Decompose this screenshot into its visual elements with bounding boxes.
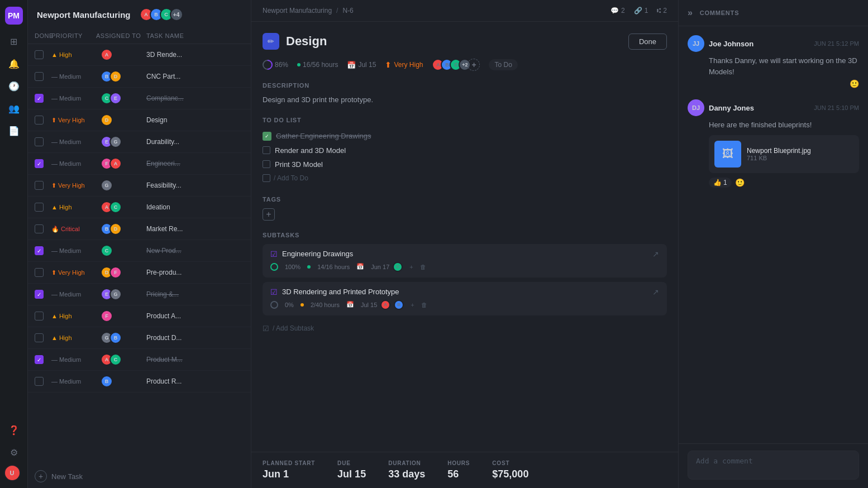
table-row[interactable]: — Medium E G Durability... — [28, 131, 251, 153]
nav-docs[interactable]: 📄 — [4, 121, 24, 141]
subtask-2-add-member[interactable]: + — [411, 302, 414, 308]
table-row[interactable]: ✓ — Medium A C Product M... — [28, 349, 251, 371]
todo-checkbox-2[interactable] — [263, 146, 270, 154]
comment-input[interactable] — [688, 451, 859, 480]
reaction-thumbsup[interactable]: 👍 1 — [709, 178, 732, 188]
add-member-button[interactable]: + — [468, 59, 480, 71]
table-row[interactable]: ▲ High A 3D Rende... — [28, 44, 251, 66]
priority-icon: — — [51, 138, 58, 145]
todo-done-icon-1[interactable]: ✓ — [263, 132, 271, 141]
table-row[interactable]: — Medium B D CNC Part... — [28, 66, 251, 88]
row-checkbox[interactable] — [35, 312, 44, 320]
task-name: Product A... — [146, 312, 244, 320]
row-checkbox[interactable] — [35, 333, 44, 342]
subtasks-label: SUBTASKS — [263, 232, 667, 238]
duration-label: DURATION — [388, 460, 425, 466]
priority-badge: — Medium — [51, 378, 96, 385]
comment-1-react-button[interactable]: 🙂 — [850, 79, 859, 88]
todo-checkbox-3[interactable] — [263, 160, 270, 168]
avatar-overflow: +4 — [170, 8, 183, 21]
priority-icon: — — [51, 160, 58, 167]
new-task-button[interactable]: + New Task — [28, 465, 251, 488]
done-button[interactable]: Done — [628, 34, 667, 50]
add-subtask-button[interactable]: ☑ / Add Subtask — [263, 320, 667, 337]
breadcrumb-project[interactable]: Newport Manufacturing — [263, 7, 332, 15]
row-checkbox[interactable] — [35, 137, 44, 146]
table-row[interactable]: 🔥 Critical B D Market Re... — [28, 218, 251, 240]
row-checkbox[interactable]: ✓ — [35, 355, 44, 364]
row-checkbox[interactable]: ✓ — [35, 290, 44, 299]
table-row[interactable]: ⬆ Very High G Feasibility... — [28, 175, 251, 197]
row-avatar-2: G — [109, 288, 122, 300]
user-avatar[interactable]: U — [4, 465, 21, 481]
priority-icon: — — [51, 95, 58, 102]
table-row[interactable]: ▲ High A C Ideation — [28, 197, 251, 218]
row-avatar-2: C — [109, 201, 122, 213]
row-avatar-1: B — [101, 375, 113, 387]
subtask-1-open[interactable]: ↗ — [652, 250, 659, 259]
nav-users[interactable]: 👥 — [4, 98, 24, 118]
description-text: Design and 3D print the prototype. — [263, 94, 667, 106]
add-todo-label: / Add To Do — [274, 174, 308, 182]
row-checkbox[interactable]: ✓ — [35, 159, 44, 168]
table-row[interactable]: ▲ High G B Product D... — [28, 327, 251, 349]
table-row[interactable]: ▲ High F Product A... — [28, 305, 251, 327]
priority-badge: 🔥 Critical — [51, 226, 96, 233]
row-checkbox[interactable]: ✓ — [35, 246, 44, 255]
row-avatars: B — [101, 375, 146, 387]
table-row[interactable]: ⬆ Very High D F Pre-produ... — [28, 262, 251, 284]
table-row[interactable]: ✓ — Medium C New Prod... — [28, 240, 251, 262]
table-row[interactable]: ✓ — Medium C E Complianc... — [28, 88, 251, 109]
row-checkbox[interactable] — [35, 50, 44, 59]
priority-icon: ⬆ — [51, 117, 56, 124]
add-todo-button[interactable]: / Add To Do — [263, 171, 667, 185]
comment-2: DJ Danny Jones JUN 21 5:10 PM Here are t… — [688, 99, 859, 188]
expand-panel-button[interactable]: » — [688, 8, 693, 18]
priority-label: Medium — [59, 138, 81, 145]
row-checkbox[interactable] — [35, 377, 44, 386]
comment-1-avatar: JJ — [688, 35, 704, 52]
nav-clock[interactable]: 🕐 — [4, 76, 24, 96]
nav-home[interactable]: ⊞ — [4, 31, 24, 51]
nav-settings[interactable]: ⚙ — [4, 442, 24, 462]
row-checkbox[interactable] — [35, 203, 44, 212]
attachment-1[interactable]: 🖼 Newport Blueprint.jpg 711 KB — [709, 135, 859, 173]
breadcrumb-task-id[interactable]: N-6 — [342, 7, 353, 15]
comment-2-react-button[interactable]: 🙂 — [735, 178, 745, 187]
nav-notifications[interactable]: 🔔 — [4, 54, 24, 74]
priority-meta: ⬆ Very High — [385, 60, 423, 69]
row-checkbox[interactable] — [35, 224, 44, 233]
table-row[interactable]: — Medium B Product R... — [28, 371, 251, 393]
row-checkbox[interactable] — [35, 181, 44, 190]
table-row[interactable]: ✓ — Medium E G Pricing &... — [28, 284, 251, 305]
task-name: Product D... — [146, 334, 244, 342]
task-type-icon: ✏ — [263, 33, 279, 50]
comment-2-header: DJ Danny Jones JUN 21 5:10 PM — [688, 99, 859, 116]
add-tag-button[interactable]: + — [263, 208, 275, 221]
row-checkbox[interactable] — [35, 116, 44, 125]
nav-help[interactable]: ❓ — [4, 420, 24, 440]
row-avatars: A — [101, 49, 146, 61]
comment-1-emoji: 🙂 — [688, 79, 859, 88]
task-rows: ▲ High A 3D Rende... — Medium B D CNC Pa… — [28, 44, 251, 465]
row-checkbox[interactable]: ✓ — [35, 94, 44, 103]
comments-header: » COMMENTS — [679, 0, 868, 26]
table-row[interactable]: ✓ — Medium F A Engineeri... — [28, 153, 251, 175]
priority-badge: ▲ High — [51, 51, 96, 58]
task-name: Product R... — [146, 377, 244, 385]
todo-item-3: Print 3D Model — [263, 157, 667, 171]
row-checkbox[interactable] — [35, 72, 44, 81]
row-checkbox[interactable] — [35, 268, 44, 277]
priority-icon: ⬆ — [51, 269, 56, 276]
table-row[interactable]: ⬆ Very High D Design — [28, 109, 251, 131]
tags-label: TAGS — [263, 196, 667, 203]
subtask-1-progress: 100% — [285, 264, 301, 270]
subtask-1-name: Engineering Drawings — [282, 250, 353, 258]
subtask-1-delete[interactable]: 🗑 — [420, 264, 426, 270]
subtask-1-add-member[interactable]: + — [409, 264, 413, 270]
app-logo[interactable]: PM — [5, 7, 23, 25]
subtask-2-open[interactable]: ↗ — [652, 288, 659, 296]
subtask-2-delete[interactable]: 🗑 — [421, 302, 427, 308]
row-avatar-2: D — [109, 70, 122, 83]
priority-label: High — [59, 51, 72, 58]
